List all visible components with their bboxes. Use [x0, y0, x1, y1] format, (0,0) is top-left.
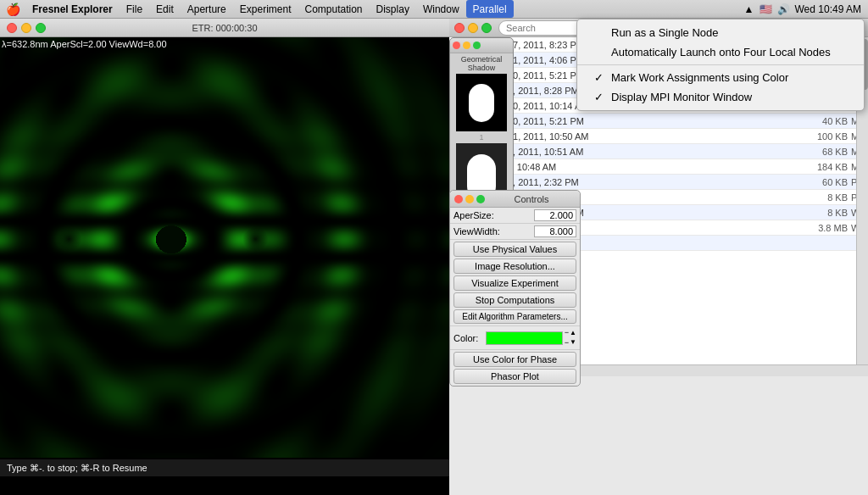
use-color-for-phase-button[interactable]: Use Color for Phase — [453, 352, 576, 367]
minimize-button[interactable] — [21, 23, 31, 33]
ap-close[interactable] — [453, 42, 460, 49]
apersize-input[interactable] — [534, 209, 576, 221]
file-col-date: 3, 2011, 2:32 PM — [508, 177, 804, 187]
color-down-arrow[interactable]: ▼ — [570, 338, 576, 347]
flag-icon: 🇺🇸 — [760, 3, 772, 15]
file-col-filesize: 40 KB — [804, 116, 851, 126]
maximize-button[interactable] — [36, 23, 46, 33]
menu-aperture[interactable]: Aperture — [181, 0, 233, 18]
file-col-filesize: 60 KB — [804, 177, 851, 187]
menu-window[interactable]: Window — [416, 0, 466, 18]
menu-separator — [577, 64, 864, 65]
close-button[interactable] — [7, 23, 17, 33]
check-display-mpi: ✓ — [594, 91, 606, 103]
menu-fresnel-explorer[interactable]: Fresnel Explorer — [25, 0, 120, 18]
arrow-up-icon: ▲ — [744, 3, 754, 15]
aperture-shape1 — [469, 84, 494, 122]
parallel-dropdown-menu: Run as a Single Node Automatically Launc… — [576, 19, 865, 111]
file-col-filesize: 8 KB — [804, 192, 851, 203]
file-col-filesize: 3.8 MB — [804, 223, 851, 233]
ap-maximize[interactable] — [473, 42, 481, 49]
menubar-right: ▲ 🇺🇸 🔊 Wed 10:49 AM — [744, 3, 868, 15]
file-col-filesize: 8 KB — [804, 208, 851, 218]
aperture-shape1-number: 1 — [479, 133, 483, 142]
menu-experiment[interactable]: Experiment — [233, 0, 298, 18]
status-bar: Type ⌘-. to stop; ⌘-R to Resume — [0, 459, 449, 476]
volume-icon: 🔊 — [777, 3, 790, 15]
menu-run-single-node[interactable]: Run as a Single Node — [577, 23, 864, 42]
clock-time: Wed 10:49 AM — [795, 3, 862, 15]
use-physical-values-button[interactable]: Use Physical Values — [453, 242, 576, 257]
color-swatch[interactable] — [486, 331, 563, 345]
controls-titlebar: Controls — [450, 191, 580, 208]
traffic-lights — [0, 23, 46, 33]
check-mark-work: ✓ — [594, 71, 606, 84]
color-row: Color: − − ▲ ▼ — [450, 325, 580, 350]
viewwidth-input[interactable] — [534, 225, 576, 237]
apple-menu[interactable]: 🍎 — [0, 3, 25, 16]
menu-computation[interactable]: Computation — [298, 0, 369, 18]
apple-icon: 🍎 — [6, 3, 20, 16]
color-up-arrow[interactable]: ▲ — [570, 329, 576, 337]
menu-file[interactable]: File — [120, 0, 149, 18]
wavelength-label: λ=632.8nm AperScl=2.00 ViewWd=8.00 — [2, 39, 167, 49]
menu-edit[interactable]: Edit — [149, 0, 181, 18]
menu-mark-work[interactable]: ✓ Mark Work Assignments using Color — [577, 68, 864, 87]
apersize-label: AperSize: — [453, 210, 534, 220]
apersize-field: AperSize: — [450, 208, 580, 224]
file-col-date: 11, 2011, 10:50 AM — [508, 131, 804, 142]
fb-close[interactable] — [454, 23, 465, 33]
visualize-experiment-button[interactable]: Visualize Experiment — [453, 275, 576, 291]
controls-title-label: Controls — [515, 194, 549, 204]
menubar: 🍎 Fresnel Explorer File Edit Aperture Ex… — [0, 0, 868, 19]
menu-auto-launch[interactable]: Automatically Launch onto Four Local Nod… — [577, 42, 864, 62]
color-arrows: ▲ ▼ — [570, 329, 576, 347]
viewwidth-field: ViewWidth: — [450, 224, 580, 240]
aperture-title-label: Geometrical Shadow — [452, 55, 511, 72]
fb-minimize[interactable] — [468, 23, 478, 33]
main-titlebar: ETR: 000:00:30 — [0, 19, 449, 37]
ap-minimize[interactable] — [463, 42, 470, 49]
file-col-date: 4, 2011, 10:51 AM — [508, 147, 804, 157]
ctrl-close[interactable] — [454, 195, 463, 203]
ctrl-maximize[interactable] — [476, 195, 485, 203]
diffraction-canvas — [0, 37, 449, 458]
file-col-filesize: 184 KB — [804, 162, 851, 172]
menu-display[interactable]: Display — [370, 0, 416, 18]
color-label: Color: — [453, 333, 486, 343]
file-col-date: 10, 2011, 5:21 PM — [508, 116, 804, 126]
ctrl-minimize[interactable] — [465, 195, 474, 203]
diffraction-pattern: λ=632.8nm AperScl=2.00 ViewWd=8.00 — [0, 37, 449, 459]
menu-display-mpi[interactable]: ✓ Display MPI Monitor Window — [577, 87, 864, 107]
phasor-plot-button[interactable]: Phasor Plot — [453, 369, 576, 384]
status-text: Type ⌘-. to stop; ⌘-R to Resume — [7, 463, 147, 474]
color-scroll-up[interactable]: − — [565, 328, 569, 338]
menu-parallel[interactable]: Parallel — [466, 0, 514, 18]
controls-panel: Controls AperSize: ViewWidth: Use Physic… — [449, 190, 581, 387]
file-col-filesize: 100 KB — [804, 131, 851, 142]
aperture-shape1-bg — [456, 74, 507, 131]
file-browser-traffic-lights — [454, 23, 492, 33]
color-scroll-down[interactable]: − — [565, 338, 569, 348]
edit-algorithm-button[interactable]: Edit Algorithm Parameters... — [453, 309, 576, 324]
viewwidth-label: ViewWidth: — [453, 226, 534, 236]
file-col-date: y, 10:48 AM — [508, 162, 804, 172]
stop-computations-button[interactable]: Stop Computations — [453, 292, 576, 308]
aperture-titlebar — [450, 38, 513, 53]
main-window: ETR: 000:00:30 λ=632.8nm AperScl=2.00 Vi… — [0, 19, 449, 495]
window-title: ETR: 000:00:30 — [192, 23, 257, 33]
file-col-filesize: 68 KB — [804, 147, 851, 157]
fb-maximize[interactable] — [481, 23, 492, 33]
color-scroll-buttons: − − — [565, 328, 569, 348]
image-resolution-button[interactable]: Image Resolution... — [453, 259, 576, 274]
